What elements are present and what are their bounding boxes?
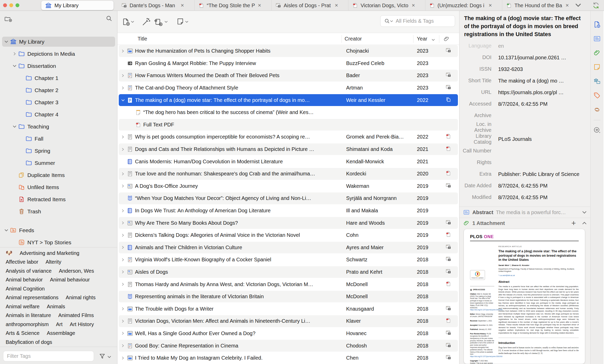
list-item[interactable]: Dickens's Talking Dogs: Allegories of An… [117,229,459,241]
notes-icon[interactable] [593,63,601,71]
chev-down-icon[interactable] [185,20,188,23]
list-item[interactable]: Animals and Their Children in Victorian … [117,241,459,254]
field-value[interactable]: https://journals.plos.org/pl … [498,88,590,96]
twisty-expanded-icon[interactable] [13,64,17,68]
expand-chevron-down-icon[interactable] [121,98,125,102]
add-attachment-button[interactable] [154,18,163,27]
close-tab-icon[interactable]: × [566,2,569,9]
field-value[interactable]: 8/7/2024, 6:42:55 PM [498,182,590,190]
libraries-collections-icon[interactable] [593,77,601,85]
sidebar-item-dissertation[interactable]: Dissertation [0,60,117,72]
reader-tab[interactable]: Dante's Dogs - Man× [117,0,194,11]
tag[interactable]: Alterity [45,259,61,265]
list-item[interactable]: Canis Modernis: Human/Dog Coevolution in… [117,155,459,168]
expand-chevron-right-icon[interactable] [121,319,125,323]
field-value[interactable]: 1932-6203 [498,65,590,73]
close-tab-icon[interactable]: × [181,2,184,9]
field-value[interactable]: en [498,42,590,50]
expand-chevron-right-icon[interactable] [121,270,125,274]
expand-chevron-right-icon[interactable] [121,49,125,53]
attachments-section-header[interactable]: 1 Attachment + [459,218,590,228]
close-window-button[interactable] [3,3,7,7]
close-tab-icon[interactable]: × [258,2,261,9]
list-item[interactable]: Virginia Woolf's Little-Known Biography … [117,254,459,266]
sidebar-item-unfiled-items[interactable]: Unfiled Items [0,181,117,193]
chevron-down-icon[interactable] [131,20,134,23]
tag[interactable]: Animals in literature [6,312,51,318]
field-value[interactable]: Publisher: Public Library of Science [498,170,590,178]
chevron-down-icon[interactable] [164,20,168,23]
sidebar-item-chapter-2[interactable]: Chapter 2 [0,84,117,96]
add-attachment-plus-button[interactable]: + [571,221,576,226]
zoom-window-button[interactable] [15,3,19,7]
twisty[interactable] [4,40,9,44]
tag[interactable]: Art History [70,321,94,327]
column-header-creator[interactable]: Creator [345,36,362,42]
field-value[interactable]: 8/7/2024, 6:42:55 PM [498,100,590,108]
expand-chevron-right-icon[interactable] [121,184,125,188]
tag[interactable]: Assemblage [47,330,75,336]
item-title[interactable]: The making of a (dog) movie star: The ef… [459,11,590,40]
new-item-button[interactable] [122,18,130,26]
attachments-icon[interactable] [593,49,601,57]
twisty[interactable] [12,125,17,128]
tag[interactable]: Animal behavior [6,277,43,283]
tag[interactable]: Animated Films [58,312,94,318]
chevron-up-icon[interactable] [582,221,587,225]
search-input[interactable] [396,18,445,24]
sidebar-item-summer[interactable]: Summer [0,157,117,169]
tag[interactable]: Animals [47,304,65,310]
list-item[interactable]: How Famous Writers Mourned the Death of … [117,69,459,82]
tag[interactable]: Anderson, Wes [59,268,94,274]
expand-chevron-right-icon[interactable] [121,172,125,176]
reader-tab[interactable]: (Un)muzzled: Dogs i× [425,0,502,11]
field-value[interactable]: PLoS Journals [498,135,590,143]
sidebar-item-chapter-3[interactable]: Chapter 3 [0,96,117,108]
new-note-button[interactable] [176,18,184,26]
expand-chevron-right-icon[interactable] [121,74,125,77]
expand-chevron-right-icon[interactable] [121,307,125,311]
child-item-row[interactable]: “The dog hero has been critical to the s… [117,106,459,119]
sidebar-item-trash[interactable]: Trash [0,205,117,217]
expand-chevron-right-icon[interactable] [121,221,125,225]
field-value[interactable]: 10.1371/journal.pone.0261 … [498,54,590,61]
attachment-preview[interactable]: PLOS ONE Check for updates OPEN ACCESS C… [464,229,585,364]
expand-chevron-right-icon[interactable] [121,209,125,213]
list-item[interactable]: I Tried to Make My Dog an Instagram Cele… [117,352,459,364]
new-collection-button[interactable] [4,15,12,23]
tag[interactable]: Animal Cognition [6,286,45,292]
tag[interactable]: Animal behaviour [50,277,90,283]
tag[interactable]: Affective labor [6,259,38,265]
related-icon[interactable] [593,106,601,114]
list-item[interactable]: Aisles of DogsPrato and Kehrt2018 [117,266,459,278]
list-item[interactable]: The Trouble with Dogs for a WriterKnausg… [117,303,459,315]
expand-chevron-right-icon[interactable] [121,246,125,249]
twisty-expanded-icon[interactable] [4,40,8,44]
close-tab-icon[interactable]: × [412,2,415,9]
column-header-attachment-paperclip-icon[interactable] [443,36,450,42]
search-icon[interactable] [384,18,390,24]
expand-chevron-right-icon[interactable] [121,86,125,90]
list-item[interactable]: True love and the nonhuman: Shakespeare'… [117,168,459,180]
tag[interactable]: 🐶 [6,250,12,256]
tab-overflow-chevron-icon[interactable] [575,2,581,8]
tag[interactable]: anthropomorphism [6,321,49,327]
column-header-year[interactable]: Year [417,36,427,42]
expand-chevron-right-icon[interactable] [121,233,125,237]
chevron-down-icon[interactable] [390,20,393,23]
tab-my-library[interactable]: My Library [41,1,114,10]
sidebar-item-spring[interactable]: Spring [0,145,117,157]
tags-icon[interactable] [593,92,601,99]
twisty[interactable] [4,228,9,232]
child-item-row[interactable]: Full Text PDF [117,119,459,131]
add-by-identifier-wand-icon[interactable] [142,18,150,26]
twisty-expanded-icon[interactable] [13,125,17,128]
filter-tags-input[interactable] [3,351,94,361]
list-item[interactable]: Dogs and Cats and Their Relationships wi… [117,143,459,156]
close-tab-icon[interactable]: × [335,2,338,9]
expand-chevron-right-icon[interactable] [121,258,125,262]
abstract-section-header[interactable]: Abstract The media is a powerful forc… [459,207,590,218]
tag[interactable]: Analysis of variance [6,268,52,274]
close-tab-icon[interactable]: × [489,2,492,9]
tag-filter-funnel-icon[interactable] [99,353,106,360]
